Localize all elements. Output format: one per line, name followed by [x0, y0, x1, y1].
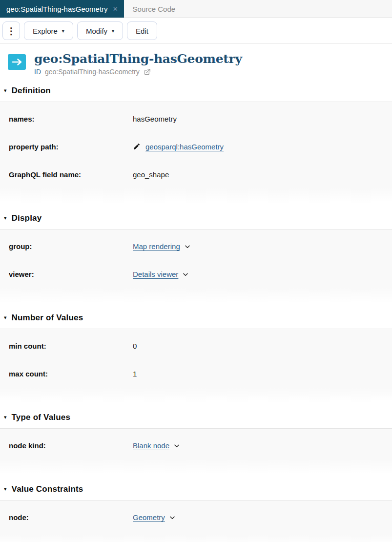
- field-label: names:: [9, 115, 133, 123]
- section-header-number-of-values[interactable]: ▾ Number of Values: [0, 303, 392, 329]
- collapse-triangle-icon: ▾: [4, 486, 7, 492]
- page-header-text: geo:SpatialThing-hasGeometry ID geo:Spat…: [34, 52, 242, 76]
- field-label: viewer:: [9, 270, 133, 278]
- external-link-icon[interactable]: [144, 68, 151, 76]
- active-tab-label: geo:SpatialThing-hasGeometry: [6, 5, 108, 13]
- section-body-type-of-values: node kind: Blank node: [0, 428, 392, 474]
- field-value: Blank node: [133, 441, 180, 450]
- section-body-definition: names: hasGeometry property path: geospa…: [0, 102, 392, 203]
- field-value: Geometry: [133, 513, 176, 521]
- field-label: min count:: [9, 342, 133, 350]
- resource-id-line: ID geo:SpatialThing-hasGeometry: [34, 68, 242, 76]
- collapse-triangle-icon: ▾: [4, 315, 7, 320]
- field-value: Map rendering: [133, 242, 191, 250]
- section-title: Number of Values: [12, 313, 83, 323]
- collapse-triangle-icon: ▾: [4, 215, 7, 221]
- app-window: geo:SpatialThing-hasGeometry ✕ Source Co…: [0, 0, 392, 542]
- section-title: Definition: [12, 85, 51, 96]
- caret-down-icon: ▾: [112, 29, 114, 34]
- chevron-down-icon[interactable]: [169, 514, 176, 521]
- chevron-down-icon[interactable]: [182, 271, 189, 278]
- page-header: geo:SpatialThing-hasGeometry ID geo:Spat…: [0, 44, 392, 76]
- field-value-text: 1: [133, 370, 137, 378]
- modify-dropdown-button[interactable]: Modify ▾: [77, 21, 123, 40]
- field-value-text: geo_shape: [133, 170, 169, 179]
- page-title: geo:SpatialThing-hasGeometry: [34, 52, 242, 66]
- section-header-value-constraints[interactable]: ▾ Value Constraints: [0, 474, 392, 500]
- section-header-definition[interactable]: ▾ Definition: [0, 76, 392, 102]
- edit-button[interactable]: Edit: [127, 21, 157, 40]
- tab-active-spatialthing[interactable]: geo:SpatialThing-hasGeometry ✕: [0, 0, 124, 18]
- field-row-property-path: property path: geosparql:hasGeometry: [0, 133, 392, 161]
- node-link[interactable]: Geometry: [133, 513, 165, 521]
- kebab-icon: ⋮: [7, 26, 16, 36]
- section-title: Display: [12, 213, 42, 223]
- section-title: Type of Values: [12, 412, 71, 422]
- toolbar: ⋮ Explore ▾ Modify ▾ Edit: [0, 18, 392, 44]
- field-row-graphql-name: GraphQL field name: geo_shape: [0, 161, 392, 188]
- section-header-display[interactable]: ▾ Display: [0, 203, 392, 229]
- group-link[interactable]: Map rendering: [133, 242, 180, 250]
- field-label: node:: [9, 513, 133, 521]
- field-row-node-kind: node kind: Blank node: [0, 432, 392, 459]
- property-type-badge: [8, 54, 26, 70]
- edit-pencil-icon[interactable]: [133, 143, 141, 150]
- section-title: Value Constraints: [12, 484, 83, 494]
- right-arrow-icon: [12, 58, 22, 66]
- field-row-min-count: min count: 0: [0, 332, 392, 360]
- section-header-type-of-values[interactable]: ▾ Type of Values: [0, 402, 392, 428]
- collapse-triangle-icon: ▾: [4, 415, 7, 420]
- explore-button-label: Explore: [33, 27, 58, 35]
- tab-bar: geo:SpatialThing-hasGeometry ✕ Source Co…: [0, 0, 392, 18]
- field-value: hasGeometry: [133, 115, 177, 123]
- field-row-group: group: Map rendering: [0, 232, 392, 260]
- collapse-triangle-icon: ▾: [4, 88, 7, 93]
- field-value: Details viewer: [133, 270, 189, 278]
- chevron-down-icon[interactable]: [184, 243, 191, 250]
- kebab-menu-button[interactable]: ⋮: [2, 21, 20, 40]
- field-row-viewer: viewer: Details viewer: [0, 260, 392, 288]
- field-label: max count:: [9, 370, 133, 378]
- field-value: geosparql:hasGeometry: [133, 143, 224, 151]
- caret-down-icon: ▾: [62, 29, 64, 34]
- field-value: 1: [133, 370, 137, 378]
- field-label: node kind:: [9, 441, 133, 450]
- field-label: GraphQL field name:: [9, 170, 133, 179]
- section-body-number-of-values: min count: 0 max count: 1: [0, 329, 392, 402]
- viewer-link[interactable]: Details viewer: [133, 270, 178, 278]
- explore-dropdown-button[interactable]: Explore ▾: [24, 21, 73, 40]
- inactive-tab-label: Source Code: [133, 5, 176, 13]
- chevron-down-icon[interactable]: [173, 442, 180, 449]
- field-value-text: 0: [133, 342, 137, 350]
- id-value: geo:SpatialThing-hasGeometry: [45, 68, 140, 76]
- node-kind-link[interactable]: Blank node: [133, 441, 169, 450]
- field-value-text: hasGeometry: [133, 115, 177, 123]
- tab-source-code[interactable]: Source Code: [124, 0, 185, 18]
- section-body-display: group: Map rendering viewer: Details vie…: [0, 229, 392, 303]
- field-label: group:: [9, 242, 133, 250]
- tab-close-icon[interactable]: ✕: [113, 6, 118, 12]
- field-value: 0: [133, 342, 137, 350]
- field-row-node: node: Geometry: [0, 503, 392, 531]
- modify-button-label: Modify: [86, 27, 107, 35]
- field-row-names: names: hasGeometry: [0, 105, 392, 133]
- field-value: geo_shape: [133, 170, 169, 179]
- field-label: property path:: [9, 143, 133, 151]
- section-body-value-constraints: node: Geometry: [0, 500, 392, 542]
- field-row-max-count: max count: 1: [0, 360, 392, 388]
- property-path-link[interactable]: geosparql:hasGeometry: [145, 143, 224, 151]
- edit-button-label: Edit: [136, 27, 148, 35]
- id-label: ID: [34, 68, 41, 76]
